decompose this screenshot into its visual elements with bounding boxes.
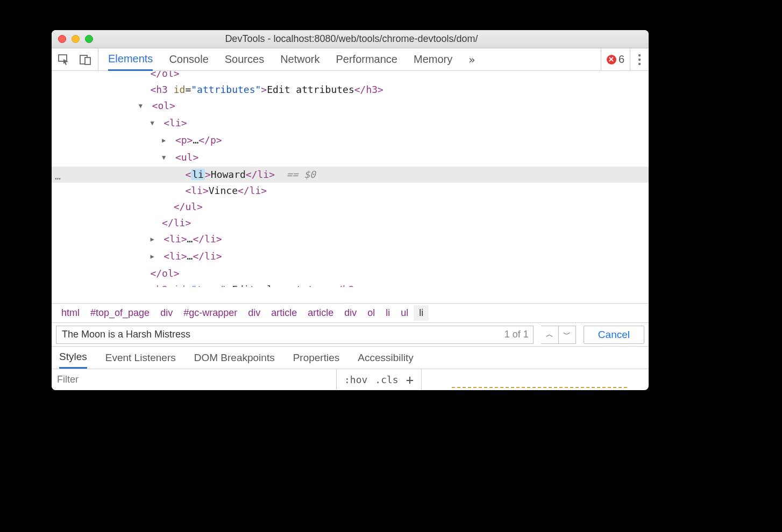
tab-elements[interactable]: Elements (108, 48, 153, 71)
dom-row[interactable]: </li> (52, 215, 649, 231)
titlebar: DevTools - localhost:8080/web/tools/chro… (52, 30, 649, 48)
elements-panel: <li>…</li> </ol> <h3 id="attributes">Edi… (52, 71, 649, 390)
dom-row-selected[interactable]: <li>Howard</li> == $0 (52, 167, 649, 183)
main-toolbar: Elements Console Sources Network Perform… (52, 48, 649, 71)
settings-menu-button[interactable] (630, 48, 649, 70)
breadcrumb-item[interactable]: div (243, 305, 266, 321)
breadcrumb-item-current[interactable]: li (414, 305, 429, 321)
find-next-button[interactable]: ﹀ (558, 326, 575, 343)
dom-row[interactable]: <ol> (52, 98, 649, 115)
breadcrumb-item[interactable]: div (339, 305, 362, 321)
zoom-window-button[interactable] (85, 35, 93, 43)
dom-row[interactable]: </ul> (52, 199, 649, 215)
breadcrumb-item[interactable]: div (155, 305, 178, 321)
dashed-outline (452, 387, 627, 389)
svg-rect-2 (85, 57, 90, 64)
find-cancel-button[interactable]: Cancel (584, 326, 644, 344)
breadcrumb-item[interactable]: article (302, 305, 339, 321)
dom-row[interactable]: </ol> (52, 265, 649, 282)
subtab-properties[interactable]: Properties (293, 348, 340, 368)
breadcrumb-item[interactable]: #top_of_page (85, 305, 155, 321)
tab-console[interactable]: Console (169, 49, 208, 70)
breadcrumb: html #top_of_page div #gc-wrapper div ar… (52, 303, 649, 322)
dom-row[interactable]: <p>…</p> (52, 132, 649, 149)
styles-quick-buttons: :hov .cls + (337, 369, 422, 390)
tabs-overflow-button[interactable]: » (468, 49, 475, 70)
devtools-window: DevTools - localhost:8080/web/tools/chro… (52, 30, 649, 390)
breadcrumb-item[interactable]: html (56, 305, 85, 321)
inspect-element-icon[interactable] (57, 53, 71, 66)
dom-row[interactable]: <li>…</li> (52, 231, 649, 248)
dom-row-cutoff-bottom: <h3 id="type">Edit element type</h3> (52, 282, 649, 287)
find-nav: ︿ ﹀ (541, 326, 576, 344)
tab-sources[interactable]: Sources (225, 49, 264, 70)
find-input[interactable] (56, 326, 500, 343)
styles-filter-input[interactable] (52, 369, 336, 390)
breadcrumb-item[interactable]: ol (362, 305, 380, 321)
svg-point-5 (638, 62, 641, 64)
find-input-wrapper: 1 of 1 (56, 326, 534, 344)
toggle-hov-button[interactable]: :hov (344, 374, 367, 385)
sidebar-tabs: Styles Event Listeners DOM Breakpoints P… (52, 346, 649, 369)
breadcrumb-item[interactable]: article (266, 305, 302, 321)
breadcrumb-item[interactable]: ul (395, 305, 414, 321)
breadcrumb-item[interactable]: li (380, 305, 395, 321)
dom-row[interactable]: <li>Vince</li> (52, 183, 649, 199)
styles-content-area (422, 369, 649, 390)
minimize-window-button[interactable] (72, 35, 80, 43)
find-prev-button[interactable]: ︿ (541, 326, 558, 343)
svg-point-4 (638, 58, 641, 60)
tab-memory[interactable]: Memory (414, 49, 452, 70)
subtab-accessibility[interactable]: Accessibility (358, 348, 413, 368)
subtab-event-listeners[interactable]: Event Listeners (105, 348, 176, 368)
close-window-button[interactable] (58, 35, 66, 43)
find-bar: 1 of 1 ︿ ﹀ Cancel (52, 322, 649, 346)
tab-performance[interactable]: Performance (336, 49, 398, 70)
device-toggle-icon[interactable] (79, 53, 93, 66)
error-icon: ✕ (607, 55, 616, 64)
panel-tabs: Elements Console Sources Network Perform… (98, 48, 601, 70)
dom-row[interactable]: <h3 id="attributes">Edit attributes</h3> (52, 82, 649, 98)
error-count: 6 (619, 53, 624, 66)
window-title: DevTools - localhost:8080/web/tools/chro… (93, 33, 610, 45)
dom-row[interactable]: <li>…</li> (52, 248, 649, 265)
dom-row[interactable]: <ul> (52, 149, 649, 167)
toolbar-left-group (52, 48, 98, 70)
error-badge[interactable]: ✕ 6 (601, 48, 630, 70)
tab-network[interactable]: Network (280, 49, 319, 70)
new-style-rule-button[interactable]: + (406, 373, 414, 386)
traffic-lights (58, 35, 93, 43)
svg-point-3 (638, 54, 641, 56)
dom-row[interactable]: </ol> (52, 71, 649, 82)
breadcrumb-item[interactable]: #gc-wrapper (178, 305, 243, 321)
dom-tree[interactable]: <li>…</li> </ol> <h3 id="attributes">Edi… (52, 71, 649, 303)
subtab-dom-breakpoints[interactable]: DOM Breakpoints (194, 348, 275, 368)
dom-row[interactable]: <li> (52, 115, 649, 132)
subtab-styles[interactable]: Styles (59, 347, 87, 369)
find-match-count: 1 of 1 (500, 329, 533, 340)
styles-filter-wrapper (52, 369, 337, 390)
toggle-cls-button[interactable]: .cls (375, 374, 398, 385)
styles-toolbar: :hov .cls + (52, 369, 649, 390)
